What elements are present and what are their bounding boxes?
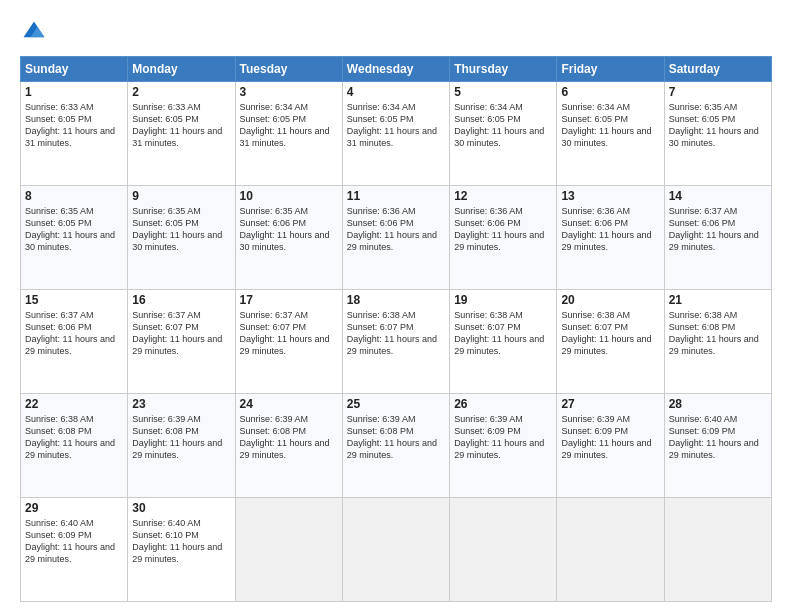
day-info: Sunrise: 6:37 AMSunset: 6:07 PMDaylight:… <box>132 309 230 358</box>
day-info: Sunrise: 6:35 AMSunset: 6:06 PMDaylight:… <box>240 205 338 254</box>
calendar-day-cell: 24Sunrise: 6:39 AMSunset: 6:08 PMDayligh… <box>235 394 342 498</box>
calendar-day-cell <box>450 498 557 602</box>
calendar-day-cell: 5Sunrise: 6:34 AMSunset: 6:05 PMDaylight… <box>450 82 557 186</box>
day-number: 8 <box>25 189 123 203</box>
day-info: Sunrise: 6:35 AMSunset: 6:05 PMDaylight:… <box>669 101 767 150</box>
day-info: Sunrise: 6:36 AMSunset: 6:06 PMDaylight:… <box>347 205 445 254</box>
calendar-header-cell: Friday <box>557 57 664 82</box>
day-info: Sunrise: 6:37 AMSunset: 6:07 PMDaylight:… <box>240 309 338 358</box>
day-info: Sunrise: 6:38 AMSunset: 6:07 PMDaylight:… <box>561 309 659 358</box>
day-number: 12 <box>454 189 552 203</box>
day-number: 19 <box>454 293 552 307</box>
day-number: 29 <box>25 501 123 515</box>
day-number: 17 <box>240 293 338 307</box>
calendar-header-cell: Tuesday <box>235 57 342 82</box>
day-number: 5 <box>454 85 552 99</box>
day-number: 30 <box>132 501 230 515</box>
day-info: Sunrise: 6:39 AMSunset: 6:08 PMDaylight:… <box>132 413 230 462</box>
day-info: Sunrise: 6:38 AMSunset: 6:07 PMDaylight:… <box>347 309 445 358</box>
day-info: Sunrise: 6:38 AMSunset: 6:07 PMDaylight:… <box>454 309 552 358</box>
calendar-day-cell <box>664 498 771 602</box>
calendar-day-cell: 11Sunrise: 6:36 AMSunset: 6:06 PMDayligh… <box>342 186 449 290</box>
calendar-day-cell: 16Sunrise: 6:37 AMSunset: 6:07 PMDayligh… <box>128 290 235 394</box>
calendar-day-cell: 21Sunrise: 6:38 AMSunset: 6:08 PMDayligh… <box>664 290 771 394</box>
calendar-header-row: SundayMondayTuesdayWednesdayThursdayFrid… <box>21 57 772 82</box>
day-info: Sunrise: 6:39 AMSunset: 6:08 PMDaylight:… <box>240 413 338 462</box>
day-info: Sunrise: 6:38 AMSunset: 6:08 PMDaylight:… <box>25 413 123 462</box>
day-number: 16 <box>132 293 230 307</box>
day-number: 6 <box>561 85 659 99</box>
calendar-day-cell: 15Sunrise: 6:37 AMSunset: 6:06 PMDayligh… <box>21 290 128 394</box>
calendar-day-cell: 17Sunrise: 6:37 AMSunset: 6:07 PMDayligh… <box>235 290 342 394</box>
calendar-day-cell: 18Sunrise: 6:38 AMSunset: 6:07 PMDayligh… <box>342 290 449 394</box>
day-info: Sunrise: 6:36 AMSunset: 6:06 PMDaylight:… <box>561 205 659 254</box>
calendar-day-cell: 22Sunrise: 6:38 AMSunset: 6:08 PMDayligh… <box>21 394 128 498</box>
calendar-week-row: 15Sunrise: 6:37 AMSunset: 6:06 PMDayligh… <box>21 290 772 394</box>
header <box>20 18 772 46</box>
calendar-day-cell: 28Sunrise: 6:40 AMSunset: 6:09 PMDayligh… <box>664 394 771 498</box>
calendar-day-cell: 9Sunrise: 6:35 AMSunset: 6:05 PMDaylight… <box>128 186 235 290</box>
calendar-day-cell: 12Sunrise: 6:36 AMSunset: 6:06 PMDayligh… <box>450 186 557 290</box>
calendar-week-row: 8Sunrise: 6:35 AMSunset: 6:05 PMDaylight… <box>21 186 772 290</box>
calendar-day-cell: 23Sunrise: 6:39 AMSunset: 6:08 PMDayligh… <box>128 394 235 498</box>
calendar-header-cell: Saturday <box>664 57 771 82</box>
calendar-header-cell: Wednesday <box>342 57 449 82</box>
day-number: 15 <box>25 293 123 307</box>
day-number: 28 <box>669 397 767 411</box>
day-info: Sunrise: 6:33 AMSunset: 6:05 PMDaylight:… <box>132 101 230 150</box>
calendar-day-cell: 6Sunrise: 6:34 AMSunset: 6:05 PMDaylight… <box>557 82 664 186</box>
day-info: Sunrise: 6:37 AMSunset: 6:06 PMDaylight:… <box>669 205 767 254</box>
day-number: 1 <box>25 85 123 99</box>
calendar-week-row: 1Sunrise: 6:33 AMSunset: 6:05 PMDaylight… <box>21 82 772 186</box>
day-number: 13 <box>561 189 659 203</box>
day-info: Sunrise: 6:39 AMSunset: 6:09 PMDaylight:… <box>454 413 552 462</box>
day-info: Sunrise: 6:36 AMSunset: 6:06 PMDaylight:… <box>454 205 552 254</box>
day-number: 23 <box>132 397 230 411</box>
day-number: 27 <box>561 397 659 411</box>
calendar-day-cell: 13Sunrise: 6:36 AMSunset: 6:06 PMDayligh… <box>557 186 664 290</box>
day-number: 3 <box>240 85 338 99</box>
calendar-day-cell: 8Sunrise: 6:35 AMSunset: 6:05 PMDaylight… <box>21 186 128 290</box>
day-info: Sunrise: 6:39 AMSunset: 6:08 PMDaylight:… <box>347 413 445 462</box>
day-number: 11 <box>347 189 445 203</box>
calendar-day-cell: 26Sunrise: 6:39 AMSunset: 6:09 PMDayligh… <box>450 394 557 498</box>
calendar-day-cell <box>557 498 664 602</box>
day-number: 25 <box>347 397 445 411</box>
day-number: 20 <box>561 293 659 307</box>
day-info: Sunrise: 6:34 AMSunset: 6:05 PMDaylight:… <box>347 101 445 150</box>
day-number: 18 <box>347 293 445 307</box>
day-number: 4 <box>347 85 445 99</box>
calendar-day-cell: 27Sunrise: 6:39 AMSunset: 6:09 PMDayligh… <box>557 394 664 498</box>
day-number: 24 <box>240 397 338 411</box>
day-info: Sunrise: 6:34 AMSunset: 6:05 PMDaylight:… <box>561 101 659 150</box>
calendar-body: 1Sunrise: 6:33 AMSunset: 6:05 PMDaylight… <box>21 82 772 602</box>
calendar-day-cell: 10Sunrise: 6:35 AMSunset: 6:06 PMDayligh… <box>235 186 342 290</box>
day-number: 22 <box>25 397 123 411</box>
calendar-header-cell: Thursday <box>450 57 557 82</box>
calendar-day-cell: 2Sunrise: 6:33 AMSunset: 6:05 PMDaylight… <box>128 82 235 186</box>
calendar-day-cell: 25Sunrise: 6:39 AMSunset: 6:08 PMDayligh… <box>342 394 449 498</box>
calendar-day-cell: 20Sunrise: 6:38 AMSunset: 6:07 PMDayligh… <box>557 290 664 394</box>
page: SundayMondayTuesdayWednesdayThursdayFrid… <box>0 0 792 612</box>
day-number: 21 <box>669 293 767 307</box>
calendar-day-cell: 19Sunrise: 6:38 AMSunset: 6:07 PMDayligh… <box>450 290 557 394</box>
calendar-day-cell: 7Sunrise: 6:35 AMSunset: 6:05 PMDaylight… <box>664 82 771 186</box>
day-info: Sunrise: 6:33 AMSunset: 6:05 PMDaylight:… <box>25 101 123 150</box>
logo-icon <box>20 18 48 46</box>
day-info: Sunrise: 6:34 AMSunset: 6:05 PMDaylight:… <box>240 101 338 150</box>
day-info: Sunrise: 6:34 AMSunset: 6:05 PMDaylight:… <box>454 101 552 150</box>
day-number: 10 <box>240 189 338 203</box>
calendar-day-cell: 29Sunrise: 6:40 AMSunset: 6:09 PMDayligh… <box>21 498 128 602</box>
day-info: Sunrise: 6:35 AMSunset: 6:05 PMDaylight:… <box>25 205 123 254</box>
day-info: Sunrise: 6:40 AMSunset: 6:09 PMDaylight:… <box>25 517 123 566</box>
calendar-header-cell: Sunday <box>21 57 128 82</box>
day-info: Sunrise: 6:38 AMSunset: 6:08 PMDaylight:… <box>669 309 767 358</box>
calendar-day-cell <box>342 498 449 602</box>
day-info: Sunrise: 6:40 AMSunset: 6:10 PMDaylight:… <box>132 517 230 566</box>
day-number: 26 <box>454 397 552 411</box>
day-number: 7 <box>669 85 767 99</box>
calendar-day-cell: 14Sunrise: 6:37 AMSunset: 6:06 PMDayligh… <box>664 186 771 290</box>
day-info: Sunrise: 6:37 AMSunset: 6:06 PMDaylight:… <box>25 309 123 358</box>
calendar-table: SundayMondayTuesdayWednesdayThursdayFrid… <box>20 56 772 602</box>
calendar-day-cell: 3Sunrise: 6:34 AMSunset: 6:05 PMDaylight… <box>235 82 342 186</box>
